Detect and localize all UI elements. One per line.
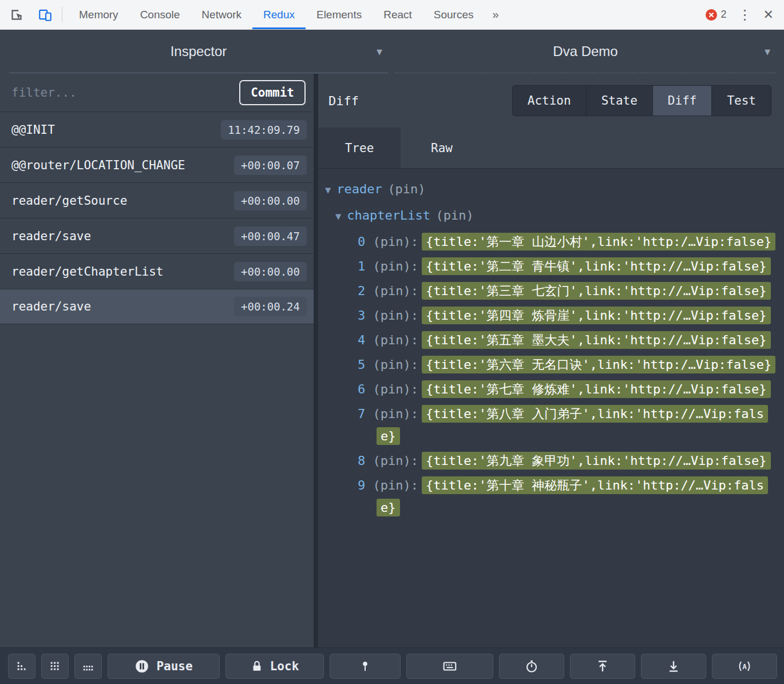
- tab-diff[interactable]: Diff: [652, 85, 712, 116]
- stopwatch-icon: [525, 659, 538, 673]
- collapse-arrow-icon[interactable]: ▼: [325, 184, 331, 196]
- devtools-window: Memory Console Network Redux Elements Re…: [0, 0, 784, 684]
- action-name: @@INIT: [11, 123, 55, 137]
- error-circle-icon: [706, 9, 717, 21]
- action-name: reader/save: [11, 300, 91, 313]
- item-index: 7: [358, 407, 365, 421]
- persist-button[interactable]: [330, 654, 401, 679]
- filter-input[interactable]: [11, 86, 239, 100]
- monitor-select[interactable]: Inspector ▾: [9, 30, 388, 73]
- pin-link[interactable]: (pin):: [373, 382, 418, 396]
- tab-react[interactable]: React: [373, 0, 423, 29]
- tab-test[interactable]: Test: [711, 85, 771, 116]
- item-index: 4: [358, 333, 365, 347]
- tab-raw[interactable]: Raw: [401, 128, 483, 168]
- diff-value: {title:'第九章 象甲功',link:'http://…Vip:false…: [422, 452, 771, 470]
- action-name: reader/save: [11, 229, 91, 243]
- close-icon[interactable]: ✕: [763, 9, 774, 21]
- keyboard-icon: [442, 659, 458, 674]
- redux-header: Inspector ▾ Dva Demo ▾: [0, 30, 784, 74]
- svg-text:A: A: [742, 662, 747, 670]
- tab-network[interactable]: Network: [191, 0, 252, 29]
- tab-elements[interactable]: Elements: [306, 0, 373, 29]
- action-list-panel: Commit @@INIT 11:42:09.79 @@router/LOCAT…: [0, 74, 318, 647]
- tab-state[interactable]: State: [586, 85, 653, 116]
- grid-full-icon: [49, 660, 61, 673]
- monitor-layout-3-button[interactable]: [74, 654, 102, 679]
- inspect-element-icon[interactable]: [7, 5, 26, 25]
- tree-item: 5 (pin):{title:'第六章 无名口诀',link:'http:/…V…: [318, 353, 778, 376]
- pause-recording-button[interactable]: Pause: [108, 654, 220, 679]
- view-tab-bar: Tree Raw: [318, 128, 784, 169]
- kebab-menu-icon[interactable]: ⋮: [738, 8, 752, 22]
- action-row[interactable]: reader/save +00:00.47: [0, 218, 314, 253]
- export-button[interactable]: [570, 654, 635, 679]
- tab-sources[interactable]: Sources: [423, 0, 485, 29]
- pin-link[interactable]: (pin):: [373, 308, 418, 323]
- action-timestamp: +00:00.24: [234, 297, 307, 316]
- pin-link[interactable]: (pin):: [373, 259, 418, 273]
- commit-button[interactable]: Commit: [239, 80, 306, 105]
- chevron-down-icon: ▾: [765, 45, 770, 58]
- monitor-layout-2-button[interactable]: [41, 654, 69, 679]
- collapse-arrow-icon[interactable]: ▼: [335, 210, 341, 222]
- instance-select[interactable]: Dva Demo ▾: [395, 30, 776, 73]
- pin-link[interactable]: (pin):: [373, 407, 418, 421]
- item-index: 6: [358, 382, 365, 396]
- slider-time-travel-button[interactable]: [499, 654, 564, 679]
- tree-item: 2 (pin):{title:'第三章 七玄门',link:'http://…V…: [318, 280, 778, 302]
- diff-value: {title:'第四章 炼骨崖',link:'http://…Vip:false…: [422, 307, 771, 324]
- action-timestamp: +00:00.47: [234, 226, 307, 246]
- inspector-panel: Diff Action State Diff Test Tree Raw ▼re…: [318, 74, 784, 647]
- import-button[interactable]: [641, 654, 706, 679]
- lock-changes-button[interactable]: Lock: [225, 654, 324, 679]
- devtools-tabs: Memory Console Network Redux Elements Re…: [68, 0, 507, 29]
- pin-link[interactable]: (pin):: [373, 234, 418, 249]
- tree-item: 7 (pin):{title:'第八章 入门弟子',link:'http://……: [318, 403, 778, 447]
- tab-tree[interactable]: Tree: [318, 128, 401, 168]
- tab-console[interactable]: Console: [129, 0, 191, 29]
- pin-link[interactable]: (pin):: [373, 454, 418, 468]
- tree-item: 9 (pin):{title:'第十章 神秘瓶子',link:'http://……: [318, 474, 778, 519]
- tree-node-chapterlist[interactable]: ▼chapterList (pin): [318, 203, 778, 229]
- tree-item: 0 (pin):{title:'第一章 山边小村',link:'http:/…V…: [318, 230, 778, 253]
- diff-value: {title:'第八章 入门弟子',link:'http://…Vip:fals…: [377, 405, 768, 445]
- tree-item: 4 (pin):{title:'第五章 墨大夫',link:'http://…V…: [318, 329, 778, 351]
- redux-footer-toolbar: Pause Lock: [0, 647, 784, 684]
- action-timestamp: +00:00.00: [234, 191, 307, 210]
- tab-action[interactable]: Action: [512, 85, 587, 116]
- item-index: 8: [358, 454, 365, 468]
- dispatcher-button[interactable]: [406, 654, 493, 679]
- pin-link[interactable]: (pin):: [373, 284, 418, 298]
- monitor-layout-1-button[interactable]: [8, 654, 35, 679]
- action-row[interactable]: reader/getChapterList +00:00.00: [0, 253, 314, 289]
- action-row[interactable]: @@router/LOCATION_CHANGE +00:00.07: [0, 147, 314, 182]
- pin-link[interactable]: (pin):: [373, 357, 418, 372]
- item-index: 5: [358, 357, 365, 372]
- tree-node-reader[interactable]: ▼reader (pin): [318, 177, 778, 203]
- remote-button[interactable]: A: [712, 654, 777, 679]
- tab-memory[interactable]: Memory: [68, 0, 129, 29]
- monitor-select-value: Inspector: [171, 43, 227, 59]
- action-row[interactable]: @@INIT 11:42:09.79: [0, 112, 314, 147]
- tree-key: chapterList: [347, 208, 430, 222]
- diff-value: {title:'第六章 无名口诀',link:'http:/…Vip:false…: [422, 356, 775, 373]
- action-row-selected[interactable]: reader/save +00:00.24: [0, 289, 314, 324]
- remote-antenna-icon: A: [737, 659, 753, 673]
- action-timestamp: 11:42:09.79: [221, 120, 307, 140]
- tab-redux[interactable]: Redux: [252, 0, 306, 29]
- device-toolbar-icon[interactable]: [35, 5, 55, 25]
- pin-link[interactable]: (pin): [436, 208, 474, 222]
- pin-link[interactable]: (pin):: [373, 333, 418, 347]
- tree-item: 8 (pin):{title:'第九章 象甲功',link:'http://…V…: [318, 450, 778, 472]
- error-badge[interactable]: 2: [706, 9, 727, 21]
- pin-link[interactable]: (pin): [387, 182, 425, 196]
- action-row[interactable]: reader/getSource +00:00.00: [0, 182, 314, 218]
- action-name: reader/getSource: [11, 194, 127, 208]
- more-tabs-icon[interactable]: »: [485, 0, 507, 29]
- tree-item: 3 (pin):{title:'第四章 炼骨崖',link:'http://…V…: [318, 304, 778, 327]
- filter-row: Commit: [0, 74, 314, 112]
- diff-value: {title:'第七章 修炼难',link:'http://…Vip:false…: [422, 380, 771, 398]
- action-timestamp: +00:00.00: [234, 262, 307, 281]
- pin-link[interactable]: (pin):: [373, 478, 418, 492]
